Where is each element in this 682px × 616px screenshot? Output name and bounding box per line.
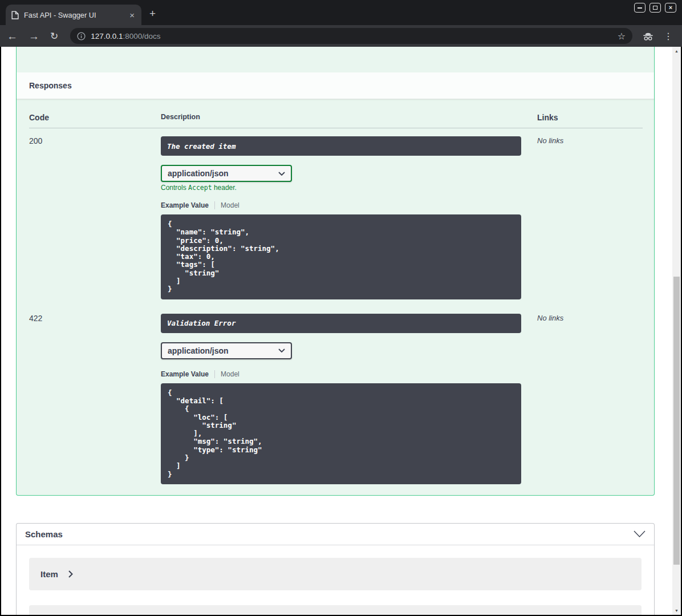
media-type-value: application/json [168, 169, 278, 178]
page-scrollbar[interactable]: ▲ ▼ [672, 47, 681, 615]
reload-icon[interactable]: ↻ [50, 31, 58, 42]
browser-window: Fast API - Swagger UI × + × ← → ↻ [0, 0, 682, 616]
response-description-text: Validation Error [167, 319, 236, 327]
model-name: Item [40, 569, 58, 579]
schemas-body: Item ValidationError [17, 545, 654, 615]
url-text: 127.0.0.1:8000/docs [91, 32, 160, 40]
forward-icon[interactable]: → [29, 31, 39, 42]
response-description-col: Validation Error application/json Exampl… [161, 314, 521, 484]
maximize-icon [653, 6, 657, 10]
response-code: 422 [29, 314, 161, 484]
media-type-value: application/json [168, 346, 278, 355]
new-tab-button[interactable]: + [149, 7, 156, 20]
media-type-select[interactable]: application/json [161, 342, 292, 359]
minimize-button[interactable] [634, 3, 646, 13]
response-links: No links [537, 314, 643, 484]
scrollbar-thumb[interactable] [673, 277, 680, 565]
response-description-box: Validation Error [161, 314, 521, 333]
tab-example-value[interactable]: Example Value [161, 370, 209, 378]
accept-note-prefix: Controls [161, 184, 188, 192]
responses-table: Code Description Links 200 The created i… [17, 99, 654, 495]
opblock-body-spacer [17, 47, 654, 72]
accept-note-code: Accept [188, 184, 212, 192]
header-links: Links [537, 113, 643, 122]
responses-table-header: Code Description Links [29, 113, 643, 128]
response-code: 200 [29, 136, 161, 299]
browser-menu-icon[interactable]: ⋮ [664, 31, 673, 42]
example-json-422: { "detail": [ { "loc": [ "string" ], "ms… [161, 383, 521, 484]
browser-tab[interactable]: Fast API - Swagger UI × [6, 5, 141, 25]
media-type-select[interactable]: application/json [161, 165, 292, 182]
response-row-422: 422 Validation Error application/json [29, 306, 643, 484]
page-favicon-icon [11, 11, 19, 19]
maximize-button[interactable] [649, 3, 661, 13]
header-code: Code [29, 113, 161, 122]
response-description-col: The created item application/json Contro… [161, 136, 521, 299]
response-description-text: The created item [167, 142, 236, 151]
chevron-down-icon[interactable] [634, 530, 646, 538]
url-host: 127.0.0.1 [91, 32, 123, 40]
page-content: Responses Code Description Links 200 The… [1, 47, 672, 615]
scrollbar-down-icon[interactable]: ▼ [672, 606, 681, 615]
tab-model[interactable]: Model [221, 201, 239, 209]
tab-separator [214, 370, 215, 378]
schemas-title: Schemas [25, 529, 63, 539]
tab-model[interactable]: Model [221, 370, 239, 378]
model-card-validationerror[interactable]: ValidationError [29, 605, 642, 615]
url-path: :8000/docs [123, 32, 161, 40]
response-row-200: 200 The created item application/json Co… [29, 128, 643, 299]
example-model-tabs: Example Value Model [161, 370, 521, 378]
minimize-icon [638, 7, 642, 9]
responses-section-header: Responses [17, 72, 654, 99]
scrollbar-up-icon[interactable]: ▲ [672, 47, 681, 55]
schemas-header[interactable]: Schemas [17, 524, 654, 545]
bookmark-star-icon[interactable]: ☆ [618, 31, 626, 42]
back-icon[interactable]: ← [7, 31, 18, 42]
tab-separator [214, 201, 215, 209]
tab-title: Fast API - Swagger UI [24, 11, 123, 19]
header-description: Description [161, 113, 521, 122]
example-json-200: { "name": "string", "price": 0, "descrip… [161, 214, 521, 299]
close-button[interactable]: × [665, 3, 676, 13]
chevron-down-icon [278, 172, 285, 176]
responses-title: Responses [29, 81, 642, 90]
titlebar: Fast API - Swagger UI × + × [0, 0, 682, 25]
response-description-box: The created item [161, 136, 521, 156]
schemas-section: Schemas Item ValidationError [16, 523, 655, 615]
tab-close-icon[interactable]: × [128, 11, 136, 19]
model-card-item[interactable]: Item [29, 558, 642, 590]
accept-header-note: Controls Accept header. [161, 184, 521, 192]
chevron-down-icon [278, 348, 285, 352]
browser-toolbar: ← → ↻ 127.0.0.1:8000/docs ☆ ⋮ [0, 25, 682, 47]
close-icon: × [669, 5, 672, 11]
url-bar[interactable]: 127.0.0.1:8000/docs ☆ [70, 28, 632, 44]
example-model-tabs: Example Value Model [161, 201, 521, 209]
site-info-icon[interactable] [77, 32, 86, 40]
opblock-post: Responses Code Description Links 200 The… [16, 47, 655, 496]
tab-example-value[interactable]: Example Value [161, 201, 209, 209]
window-controls: × [634, 3, 676, 13]
incognito-icon [642, 31, 655, 41]
response-links: No links [537, 136, 643, 299]
accept-note-suffix: header. [212, 184, 237, 192]
chevron-right-icon [68, 570, 73, 578]
